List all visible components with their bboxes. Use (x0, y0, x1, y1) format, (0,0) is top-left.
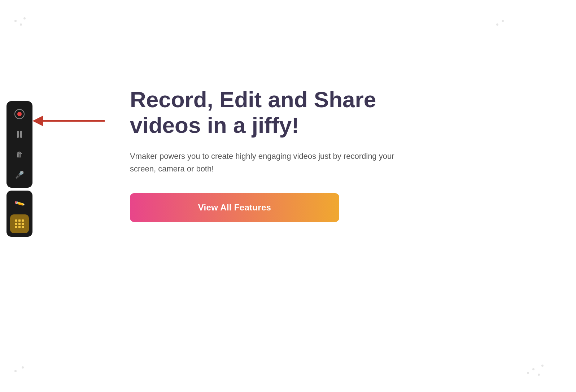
record-button[interactable] (10, 105, 29, 123)
svg-marker-1 (32, 116, 43, 126)
mic-icon: 🎤 (15, 170, 24, 179)
delete-button[interactable]: 🗑 (10, 145, 29, 164)
toolbar-top-panel: 🗑 🎤 (6, 101, 32, 188)
main-description: Vmaker powers you to create highly engag… (130, 150, 411, 175)
arrow-svg (32, 112, 105, 130)
grid-icon (15, 219, 24, 228)
mic-button[interactable]: 🎤 (10, 165, 29, 184)
main-content: Record, Edit and Share videos in a jiffy… (130, 87, 411, 222)
view-all-features-button[interactable]: View All Features (130, 193, 339, 222)
brush-button[interactable]: ✏️ (10, 194, 29, 213)
trash-icon: 🗑 (16, 151, 23, 159)
brush-icon: ✏️ (13, 197, 26, 209)
pause-button[interactable] (10, 125, 29, 144)
record-icon (14, 109, 25, 119)
pause-icon (17, 131, 22, 138)
main-title: Record, Edit and Share videos in a jiffy… (130, 87, 411, 138)
toolbar: 🗑 🎤 ✏️ (6, 101, 32, 237)
toolbar-bottom-panel: ✏️ (6, 191, 32, 237)
grid-button[interactable] (10, 214, 29, 233)
arrow-annotation (32, 112, 105, 131)
